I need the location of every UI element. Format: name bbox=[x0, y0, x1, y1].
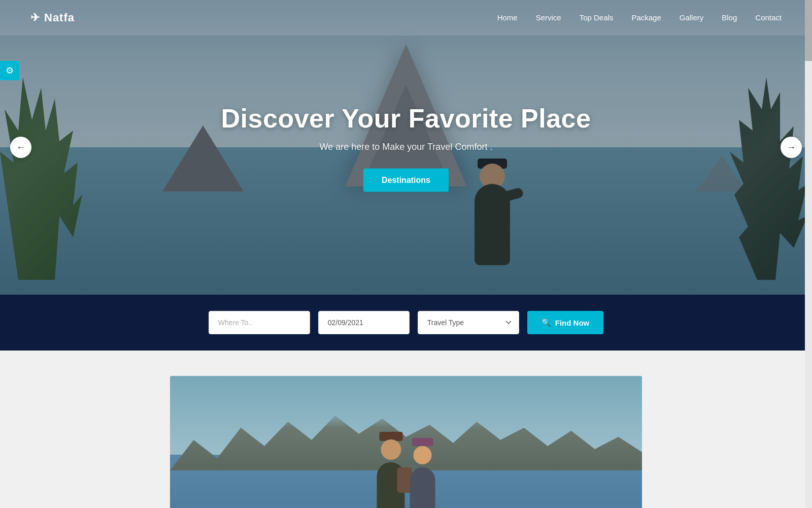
search-bar-inner: Travel Type Air Sea Land 🔍 Find Now bbox=[209, 311, 604, 334]
person1-body bbox=[377, 462, 405, 508]
date-input[interactable] bbox=[318, 311, 410, 334]
prev-slide-button[interactable]: ← bbox=[10, 137, 31, 158]
person2-hat bbox=[412, 438, 433, 446]
bottom-image bbox=[170, 376, 642, 508]
hero-subtitle: We are here to Make your Travel Comfort … bbox=[0, 142, 812, 152]
person-2 bbox=[410, 467, 435, 508]
bottom-section bbox=[0, 351, 812, 508]
nav-links: Home Service Top Deals Package Gallery B… bbox=[497, 13, 782, 22]
nav-contact[interactable]: Contact bbox=[755, 13, 782, 22]
scrollbar[interactable] bbox=[805, 0, 812, 508]
nav-package[interactable]: Package bbox=[631, 13, 661, 22]
hero-section: ← Discover Your Favorite Place We are he… bbox=[0, 0, 812, 295]
logo[interactable]: ✈ Natfa• bbox=[30, 11, 81, 24]
plane-icon: ✈ bbox=[30, 11, 40, 24]
nav-gallery[interactable]: Gallery bbox=[680, 13, 704, 22]
bottom-people bbox=[377, 462, 435, 508]
person1-head bbox=[381, 439, 401, 460]
find-now-button[interactable]: 🔍 Find Now bbox=[527, 311, 604, 334]
where-to-input[interactable] bbox=[209, 311, 310, 334]
hero-content: Discover Your Favorite Place We are here… bbox=[0, 103, 812, 192]
hero-title: Discover Your Favorite Place bbox=[0, 103, 812, 134]
destinations-button[interactable]: Destinations bbox=[363, 169, 449, 192]
scrollbar-thumb[interactable] bbox=[805, 0, 812, 61]
nav-home[interactable]: Home bbox=[497, 13, 518, 22]
travel-type-select[interactable]: Travel Type Air Sea Land bbox=[418, 311, 519, 334]
logo-text: Natfa bbox=[44, 11, 75, 24]
search-icon: 🔍 bbox=[542, 318, 551, 327]
logo-dot: • bbox=[79, 15, 81, 21]
person-1 bbox=[377, 462, 405, 508]
nav-top-deals[interactable]: Top Deals bbox=[580, 13, 614, 22]
next-slide-button[interactable]: → bbox=[781, 137, 802, 158]
arrow-left-icon: ← bbox=[16, 142, 25, 153]
nav-blog[interactable]: Blog bbox=[722, 13, 737, 22]
gear-icon: ⚙ bbox=[6, 65, 14, 76]
nav-service[interactable]: Service bbox=[536, 13, 561, 22]
arrow-right-icon: → bbox=[787, 142, 796, 153]
search-bar: Travel Type Air Sea Land 🔍 Find Now bbox=[0, 295, 812, 351]
settings-button[interactable]: ⚙ bbox=[0, 61, 19, 80]
navbar: ✈ Natfa• Home Service Top Deals Package … bbox=[0, 0, 812, 36]
person2-head bbox=[414, 446, 432, 464]
person2-body bbox=[410, 467, 435, 508]
